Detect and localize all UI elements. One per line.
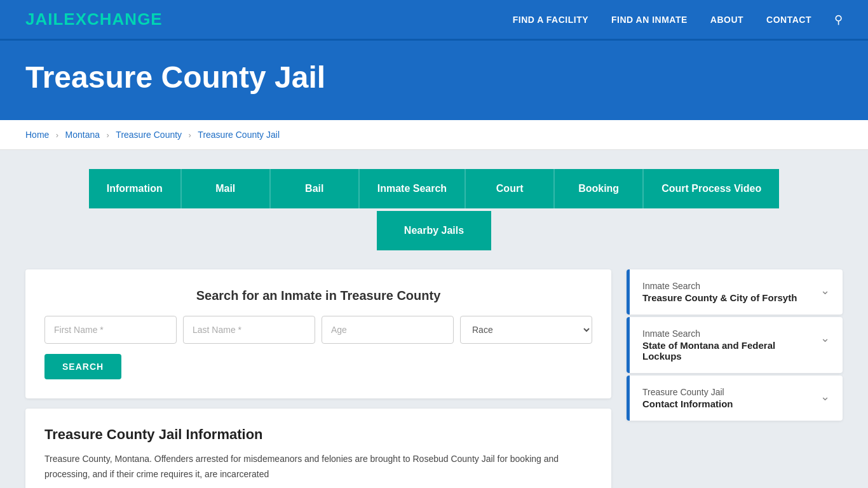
sidebar-card-3-header[interactable]: Treasure County Jail Contact Information… [627,376,843,421]
inmate-search-box: Search for an Inmate in Treasure County … [25,269,611,398]
nav-find-facility[interactable]: FIND A FACILITY [513,15,588,25]
tab-booking[interactable]: Booking [555,169,644,208]
logo-exchange: EXCHANGE [64,10,162,29]
chevron-down-icon-3: ⌄ [820,390,830,403]
hero-section: Treasure County Jail [0,41,868,120]
age-input[interactable] [322,316,454,344]
sidebar-card-2-title: Inmate Search State of Montana and Feder… [642,329,814,362]
breadcrumb-treasure-county[interactable]: Treasure County [116,130,182,140]
sidebar-card-2: Inmate Search State of Montana and Feder… [627,317,843,373]
tabs-row-1: Information Mail Bail Inmate Search Cour… [25,169,843,208]
tabs-section: Information Mail Bail Inmate Search Cour… [0,150,868,269]
breadcrumb-sep-3: › [189,130,191,140]
last-name-input[interactable] [183,316,315,344]
sidebar-card-1-header[interactable]: Inmate Search Treasure County & City of … [627,269,843,315]
search-heading: Search for an Inmate in Treasure County [44,288,592,303]
nav-contact[interactable]: CONTACT [766,15,811,25]
sidebar-card-1-title: Inmate Search Treasure County & City of … [642,281,797,303]
nav-find-inmate[interactable]: FIND AN INMATE [611,15,688,25]
breadcrumb-sep-1: › [56,130,58,140]
tab-bail[interactable]: Bail [271,169,360,208]
tabs-row-2: Nearby Jails [25,208,843,269]
sidebar-card-3: Treasure County Jail Contact Information… [627,376,843,421]
nav-links: FIND A FACILITY FIND AN INMATE ABOUT CON… [513,13,843,27]
search-button[interactable]: SEARCH [44,354,121,379]
right-column: Inmate Search Treasure County & City of … [627,269,843,423]
tab-court-process-video[interactable]: Court Process Video [644,169,779,208]
info-body: Treasure County, Montana. Offenders arre… [44,452,592,482]
logo-jail: JAIL [25,10,64,29]
navbar: JAILEXCHANGE FIND A FACILITY FIND AN INM… [0,0,868,41]
breadcrumb: Home › Montana › Treasure County › Treas… [0,120,868,150]
sidebar-card-2-header[interactable]: Inmate Search State of Montana and Feder… [627,317,843,373]
breadcrumb-montana[interactable]: Montana [65,130,100,140]
nav-about[interactable]: ABOUT [710,15,743,25]
breadcrumb-sep-2: › [107,130,109,140]
first-name-input[interactable] [44,316,177,344]
search-icon-button[interactable]: ⚲ [834,13,843,27]
main-content: Search for an Inmate in Treasure County … [0,269,868,488]
chevron-down-icon-1: ⌄ [820,283,830,297]
page-title: Treasure County Jail [25,60,843,95]
sidebar-card-1: Inmate Search Treasure County & City of … [627,269,843,315]
breadcrumb-home[interactable]: Home [25,130,49,140]
left-column: Search for an Inmate in Treasure County … [25,269,611,488]
info-box: Treasure County Jail Information Treasur… [25,409,611,488]
tab-court[interactable]: Court [466,169,555,208]
breadcrumb-current[interactable]: Treasure County Jail [198,130,280,140]
tab-information[interactable]: Information [89,169,182,208]
chevron-down-icon-2: ⌄ [820,331,830,345]
tab-nearby-jails[interactable]: Nearby Jails [377,211,491,250]
site-logo[interactable]: JAILEXCHANGE [25,10,163,29]
race-select[interactable]: Race White Black Hispanic Asian Other [460,316,592,344]
tab-mail[interactable]: Mail [182,169,271,208]
info-heading: Treasure County Jail Information [44,426,592,443]
sidebar-card-3-title: Treasure County Jail Contact Information [642,387,733,409]
search-fields: Race White Black Hispanic Asian Other [44,316,592,344]
tab-inmate-search[interactable]: Inmate Search [360,169,466,208]
